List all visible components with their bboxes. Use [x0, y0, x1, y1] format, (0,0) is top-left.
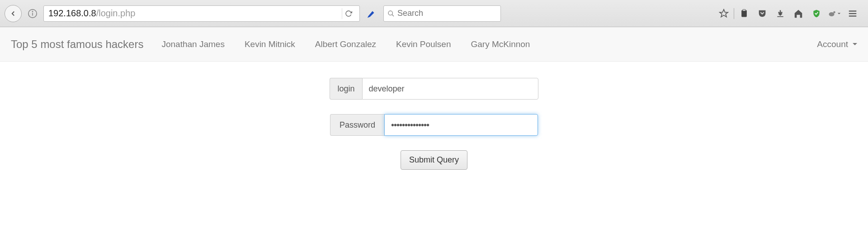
svg-point-8	[833, 11, 835, 13]
svg-rect-5	[741, 10, 747, 17]
svg-point-3	[388, 11, 392, 15]
page-navbar: Top 5 most famous hackers Jonathan James…	[0, 27, 868, 62]
url-host: 192.168.0.8	[48, 8, 96, 18]
svg-rect-6	[743, 9, 746, 10]
url-path: /login.php	[96, 8, 136, 18]
reload-button[interactable]	[342, 8, 355, 19]
download-icon[interactable]	[772, 5, 788, 22]
paintbrush-icon	[367, 9, 377, 19]
home-icon[interactable]	[790, 5, 807, 22]
navbar-link-gary-mckinnon[interactable]: Gary McKinnon	[471, 39, 530, 49]
password-input-group: Password	[330, 114, 538, 136]
caret-down-icon	[853, 43, 857, 45]
menu-icon[interactable]	[844, 5, 861, 22]
account-dropdown[interactable]: Account	[817, 39, 857, 49]
submit-button[interactable]: Submit Query	[401, 150, 467, 170]
login-input[interactable]	[362, 78, 538, 100]
browser-toolbar: 192.168.0.8/login.php	[0, 0, 868, 27]
toolbar-divider	[734, 8, 734, 19]
url-bar[interactable]: 192.168.0.8/login.php	[43, 5, 360, 22]
dropdown-arrow-icon	[837, 12, 841, 15]
navbar-link-albert-gonzalez[interactable]: Albert Gonzalez	[315, 39, 376, 49]
search-input[interactable]	[397, 9, 497, 18]
search-icon	[387, 10, 395, 17]
navbar-link-jonathan-james[interactable]: Jonathan James	[161, 39, 224, 49]
navbar-links: Jonathan James Kevin Mitnick Albert Gonz…	[161, 39, 530, 49]
svg-point-2	[32, 11, 33, 11]
password-label: Password	[330, 114, 384, 136]
clipboard-icon[interactable]	[736, 5, 752, 22]
toolbar-icons	[716, 5, 863, 22]
login-input-group: login	[330, 78, 538, 100]
password-input[interactable]	[384, 114, 538, 136]
navbar-link-kevin-poulsen[interactable]: Kevin Poulsen	[396, 39, 451, 49]
account-label: Account	[817, 39, 848, 49]
navbar-brand[interactable]: Top 5 most famous hackers	[11, 38, 143, 51]
login-label: login	[330, 78, 362, 100]
pocket-icon[interactable]	[754, 5, 770, 22]
arrow-left-icon	[9, 10, 17, 18]
back-button[interactable]	[5, 5, 22, 22]
svg-point-7	[829, 12, 835, 16]
extension-icon[interactable]	[365, 7, 378, 20]
shield-icon[interactable]	[808, 5, 825, 22]
bookmark-icon[interactable]	[716, 5, 732, 22]
info-icon[interactable]	[26, 7, 39, 20]
login-form: login Password Submit Query	[0, 78, 868, 170]
navbar-link-kevin-mitnick[interactable]: Kevin Mitnick	[245, 39, 295, 49]
search-bar[interactable]	[383, 5, 501, 22]
addon-icon[interactable]	[826, 5, 843, 22]
svg-line-4	[392, 14, 394, 16]
